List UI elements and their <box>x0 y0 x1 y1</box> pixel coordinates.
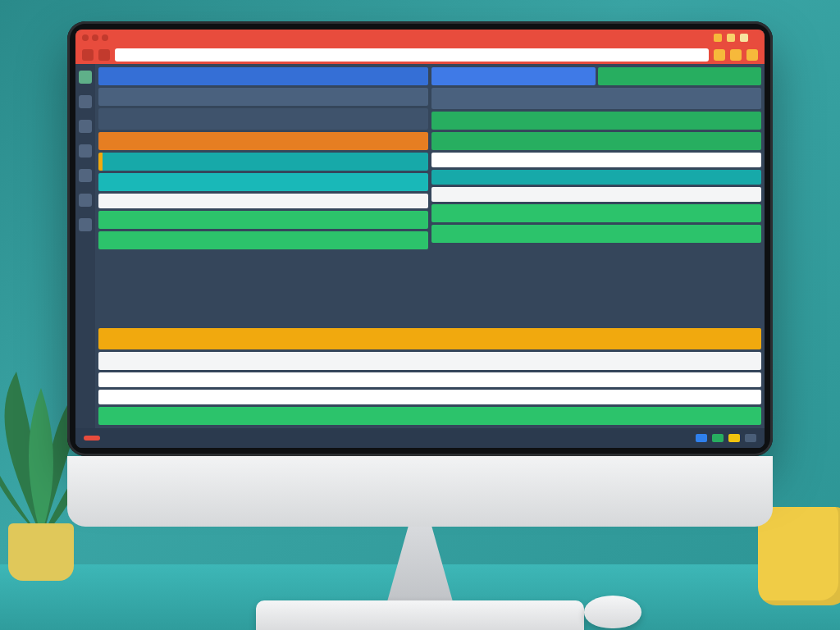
status-chip-2[interactable] <box>712 434 724 442</box>
card-left-5[interactable] <box>98 153 428 171</box>
card-left-7[interactable] <box>98 194 428 208</box>
status-chip-3[interactable] <box>728 434 740 442</box>
primary-action-button[interactable] <box>84 436 100 441</box>
left-column <box>98 67 428 326</box>
back-icon[interactable] <box>82 49 94 61</box>
sidebar-item-settings[interactable] <box>79 218 92 231</box>
titlebar-tools <box>714 34 748 42</box>
sidebar-item-home[interactable] <box>79 71 92 84</box>
sidebar-item-files[interactable] <box>79 169 92 182</box>
card-right-9[interactable] <box>431 225 761 243</box>
status-bar <box>75 428 765 448</box>
titlebar-icon-3[interactable] <box>740 34 748 42</box>
imac-device <box>67 21 773 630</box>
card-right-8[interactable] <box>431 204 761 222</box>
window-titlebar <box>75 30 765 46</box>
card-right-5[interactable] <box>431 153 761 167</box>
full-row-4[interactable] <box>98 390 761 404</box>
window-control-min[interactable] <box>92 34 98 41</box>
card-right-1a[interactable] <box>431 67 596 85</box>
imac-chin <box>67 456 773 527</box>
right-column <box>431 67 761 326</box>
full-row-5[interactable] <box>98 407 761 425</box>
sidebar-item-calendar[interactable] <box>79 144 92 158</box>
sidebar-item-board[interactable] <box>79 95 92 108</box>
toolbar-icon-2[interactable] <box>730 49 742 61</box>
address-bar <box>75 46 765 64</box>
sidebar-item-tasks[interactable] <box>79 120 92 133</box>
titlebar-icon-2[interactable] <box>727 34 735 42</box>
card-left-1[interactable] <box>98 67 428 85</box>
window-control-max[interactable] <box>102 34 108 41</box>
card-right-7[interactable] <box>431 187 761 202</box>
toolbar-icon-1[interactable] <box>714 49 725 61</box>
card-right-6[interactable] <box>431 170 761 185</box>
status-chip-4[interactable] <box>745 434 756 442</box>
keyboard <box>256 600 584 630</box>
sidebar-item-chat[interactable] <box>79 194 92 207</box>
card-right-2[interactable] <box>431 88 761 109</box>
full-row-2[interactable] <box>98 352 761 370</box>
address-input[interactable] <box>115 48 709 62</box>
card-right-4[interactable] <box>431 132 761 150</box>
window-control-close[interactable] <box>82 34 89 41</box>
card-right-3[interactable] <box>431 112 761 130</box>
card-left-8[interactable] <box>98 211 428 229</box>
full-row-3[interactable] <box>98 372 761 387</box>
toolbar-icon-3[interactable] <box>746 49 758 61</box>
sidebar <box>75 64 95 428</box>
app-window <box>75 30 765 448</box>
card-left-2[interactable] <box>98 88 428 106</box>
full-row-1[interactable] <box>98 328 761 349</box>
card-left-3[interactable] <box>98 108 428 130</box>
mouse <box>584 596 641 628</box>
titlebar-icon-1[interactable] <box>714 34 722 42</box>
card-right-1b[interactable] <box>598 67 762 85</box>
card-left-4[interactable] <box>98 132 428 150</box>
status-chip-1[interactable] <box>696 434 707 442</box>
forward-icon[interactable] <box>98 49 110 61</box>
card-left-9[interactable] <box>98 231 428 249</box>
card-left-6[interactable] <box>98 173 428 191</box>
